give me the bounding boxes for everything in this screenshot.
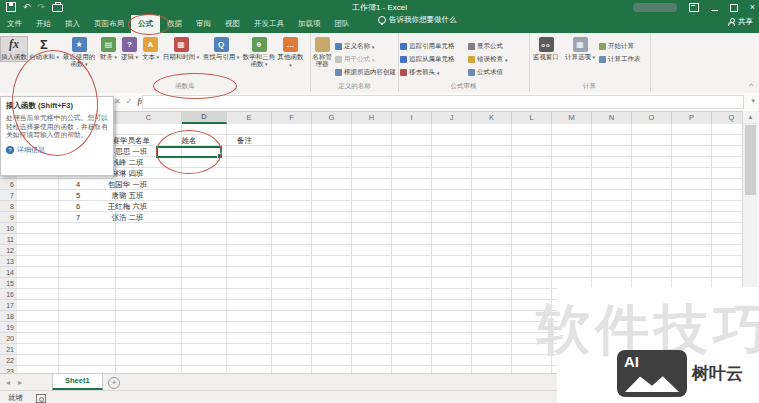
cell-col-e[interactable] — [222, 201, 267, 212]
column-header[interactable]: H — [352, 111, 392, 124]
cell-col-d[interactable] — [156, 201, 222, 212]
column-header[interactable]: D — [182, 111, 227, 124]
ribbon-tab[interactable]: 插入 — [58, 15, 87, 33]
lookup-reference-button[interactable]: Q 查找与引用 — [201, 36, 241, 61]
row-header[interactable]: 23 — [0, 366, 17, 373]
enter-icon[interactable]: ✓ — [126, 97, 133, 106]
watch-window-button[interactable]: oo 监视窗口 — [529, 36, 563, 60]
column-header[interactable]: G — [312, 111, 352, 124]
column-header[interactable]: N — [592, 111, 632, 124]
row-header[interactable]: 6 — [0, 179, 17, 190]
row-header[interactable]: 17 — [0, 300, 17, 311]
column-header[interactable]: E — [227, 111, 272, 124]
cancel-icon[interactable]: ✕ — [114, 97, 121, 106]
cell-col-e[interactable] — [222, 146, 267, 157]
column-header[interactable]: L — [512, 111, 552, 124]
row-header[interactable]: 19 — [0, 322, 17, 333]
logical-button[interactable]: ? 逻辑 — [119, 36, 140, 61]
cell-col-b[interactable]: 4 — [57, 179, 99, 190]
show-formulas-button[interactable]: 显示公式 — [466, 40, 510, 53]
column-header[interactable]: O — [632, 111, 672, 124]
collapse-ribbon-icon[interactable]: ^ — [749, 81, 753, 90]
ribbon-tab[interactable]: 开始 — [29, 15, 58, 33]
ribbon-tab[interactable]: 加载项 — [291, 15, 328, 33]
cell-col-e[interactable] — [222, 157, 267, 168]
cell-col-c[interactable]: 唐璐 五班 — [99, 190, 156, 201]
cell-col-e[interactable] — [222, 212, 267, 223]
ribbon-display-options-icon[interactable] — [689, 3, 699, 12]
column-header[interactable]: C — [116, 111, 182, 124]
cell-col-c[interactable]: 王红梅 六班 — [99, 201, 156, 212]
row-header[interactable]: 10 — [0, 223, 17, 234]
user-account-pill[interactable] — [633, 3, 677, 12]
name-manager-button[interactable]: 名称管理器 — [311, 36, 333, 67]
row-header[interactable]: 13 — [0, 256, 17, 267]
more-functions-button[interactable]: … 其他函数 — [277, 36, 304, 69]
vertical-scroll-thumb[interactable] — [745, 125, 756, 195]
close-icon[interactable]: × — [750, 0, 755, 14]
cell-col-c[interactable]: 包国华 一班 — [99, 179, 156, 190]
restore-icon[interactable] — [730, 4, 738, 12]
minimize-icon[interactable] — [711, 10, 718, 11]
column-header[interactable]: Q — [712, 111, 742, 124]
row-header[interactable]: 18 — [0, 311, 17, 322]
row-header[interactable]: 11 — [0, 234, 17, 245]
column-header[interactable]: F — [272, 111, 312, 124]
math-trig-button[interactable]: θ 数学和三角函数 — [241, 36, 277, 68]
cell-col-d[interactable] — [156, 179, 222, 190]
column-header[interactable]: M — [552, 111, 592, 124]
row-header[interactable]: 7 — [0, 190, 17, 201]
row-header[interactable]: 20 — [0, 333, 17, 344]
column-header[interactable]: J — [432, 111, 472, 124]
cell-col-c[interactable]: 张浩 二班 — [99, 212, 156, 223]
formula-input[interactable] — [142, 95, 744, 109]
sheet-tab-sheet1[interactable]: Sheet1 — [52, 374, 103, 390]
text-button[interactable]: A 文本 — [140, 36, 161, 61]
error-checking-button[interactable]: 错误检查 — [466, 53, 510, 66]
macro-record-icon[interactable] — [36, 394, 46, 403]
cell-col-e[interactable] — [222, 179, 267, 190]
define-name-button[interactable]: 定义名称 — [333, 40, 398, 53]
ribbon-tab[interactable]: 视图 — [218, 15, 247, 33]
date-time-button[interactable]: ▦ 日期和时间 — [161, 36, 201, 61]
row-header[interactable]: 9 — [0, 212, 17, 223]
row-header[interactable]: 15 — [0, 278, 17, 289]
ribbon-tab[interactable]: 开发工具 — [247, 15, 291, 33]
cell-col-e[interactable] — [222, 168, 267, 179]
row-header[interactable]: 8 — [0, 201, 17, 212]
row-header[interactable]: 14 — [0, 267, 17, 278]
use-in-formula-button[interactable]: 用于公式 — [333, 53, 398, 66]
row-header[interactable]: 21 — [0, 344, 17, 355]
calculate-sheet-button[interactable]: 计算工作表 — [597, 53, 643, 66]
evaluate-formula-button[interactable]: 公式求值 — [466, 66, 510, 79]
column-header[interactable]: I — [392, 111, 432, 124]
cell-col-e[interactable]: 备注 — [222, 135, 267, 146]
calculate-now-button[interactable]: 开始计算 — [597, 40, 643, 53]
create-from-selection-button[interactable]: 根据所选内容创建 — [333, 66, 398, 79]
scroll-up-icon[interactable]: ▴ — [743, 111, 758, 124]
ribbon-tab[interactable]: 文件 — [0, 15, 29, 33]
ribbon-tab[interactable]: 审阅 — [189, 15, 218, 33]
remove-arrows-button[interactable]: 移去箭头 — [398, 66, 466, 79]
formula-bar-expand-icon[interactable]: ▾ — [751, 97, 755, 105]
cell-col-b[interactable]: 6 — [57, 201, 99, 212]
share-button[interactable]: 共享 — [728, 17, 753, 27]
ribbon-tab[interactable]: 页面布局 — [87, 15, 131, 33]
column-header[interactable]: P — [672, 111, 712, 124]
cell-col-d[interactable] — [156, 190, 222, 201]
ribbon-tab[interactable]: 团队 — [328, 15, 357, 33]
cell-col-e[interactable] — [222, 190, 267, 201]
next-sheet-icon[interactable]: ▸ — [18, 378, 22, 387]
cell-col-b[interactable]: 7 — [57, 212, 99, 223]
calculation-options-button[interactable]: ▦ 计算选项 — [563, 36, 597, 61]
prev-sheet-icon[interactable]: ◂ — [6, 378, 10, 387]
row-header[interactable]: 22 — [0, 355, 17, 366]
insert-function-button[interactable]: fx 插入函数 — [0, 36, 28, 62]
cell-col-d[interactable] — [156, 212, 222, 223]
trace-dependents-button[interactable]: 追踪从属单元格 — [398, 53, 466, 66]
column-header[interactable]: K — [472, 111, 512, 124]
row-header[interactable]: 16 — [0, 289, 17, 300]
financial-button[interactable]: ▤ 财务 — [98, 36, 119, 61]
row-header[interactable]: 12 — [0, 245, 17, 256]
trace-precedents-button[interactable]: 追踪引用单元格 — [398, 40, 466, 53]
